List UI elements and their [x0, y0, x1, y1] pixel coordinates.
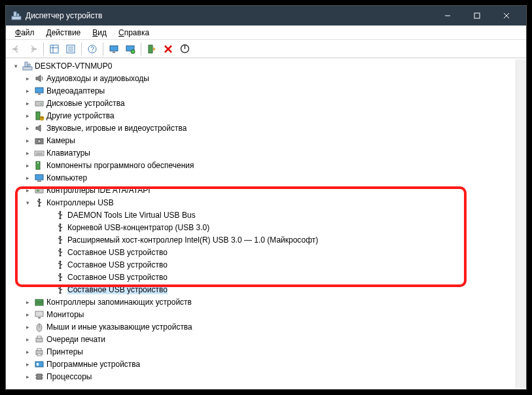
tree-category[interactable]: ▸Контроллеры запоминающих устройств — [9, 296, 516, 308]
toolbar-btn-remove[interactable] — [160, 41, 176, 57]
device-tree[interactable]: ▾DESKTOP-VTNMUP0▸Аудиовходы и аудиовыход… — [9, 60, 516, 388]
svg-rect-4 — [474, 13, 480, 18]
tree-label: Корневой USB-концентратор (USB 3.0) — [67, 223, 209, 232]
toolbar-btn-1[interactable] — [46, 41, 62, 57]
svg-point-38 — [38, 139, 41, 143]
tree-content: ▾DESKTOP-VTNMUP0▸Аудиовходы и аудиовыход… — [6, 58, 526, 389]
expander-icon[interactable] — [44, 285, 53, 294]
expander-icon[interactable] — [44, 248, 53, 257]
sound-icon — [34, 123, 44, 133]
expander-icon[interactable]: ▸ — [23, 298, 32, 307]
expander-icon[interactable] — [44, 273, 53, 282]
tree-device[interactable]: Корневой USB-концентратор (USB 3.0) — [9, 221, 516, 233]
usb-icon — [34, 198, 44, 208]
tree-label: Компьютер — [46, 173, 87, 182]
svg-rect-34 — [36, 112, 40, 120]
expander-icon[interactable]: ▸ — [23, 124, 32, 133]
unknown-icon: ? — [34, 111, 44, 121]
expander-icon[interactable]: ▸ — [23, 148, 32, 158]
expander-icon[interactable]: ▸ — [23, 372, 32, 381]
nav-back-button[interactable] — [9, 41, 24, 57]
expander-icon[interactable]: ▸ — [23, 161, 32, 170]
toolbar-btn-scan[interactable] — [122, 41, 138, 57]
expander-icon[interactable]: ▸ — [23, 99, 32, 108]
tree-label: Контроллеры IDE ATA/ATAPI — [46, 186, 151, 195]
printer-icon — [34, 347, 44, 357]
tree-category[interactable]: ▸Контроллеры IDE ATA/ATAPI — [9, 184, 516, 196]
svg-rect-90 — [35, 311, 43, 317]
expander-icon[interactable] — [44, 260, 53, 269]
tree-label: Очереди печати — [46, 335, 105, 344]
expander-icon[interactable]: ▸ — [23, 347, 32, 356]
expander-icon[interactable]: ▸ — [23, 310, 32, 319]
tree-device[interactable]: Расширяемый хост-контроллер Intel(R) USB… — [9, 233, 516, 246]
expander-icon[interactable]: ▸ — [23, 360, 32, 369]
tree-category[interactable]: ▸?Другие устройства — [9, 109, 516, 122]
expander-icon[interactable]: ▸ — [23, 322, 32, 332]
tree-device[interactable]: Составное USB устройство — [9, 271, 516, 283]
tree-device[interactable]: DAEMON Tools Lite Virtual USB Bus — [9, 209, 516, 221]
tree-category[interactable]: ▸Принтеры — [9, 345, 516, 358]
expander-icon[interactable]: ▸ — [23, 74, 32, 83]
toolbar-btn-disable[interactable] — [177, 41, 192, 57]
tree-category[interactable]: ▾Контроллеры USB — [9, 196, 516, 209]
menu-view[interactable]: Вид — [87, 27, 112, 39]
tree-category[interactable]: ▸Звуковые, игровые и видеоустройства — [9, 122, 516, 134]
expander-icon[interactable]: ▸ — [23, 111, 32, 120]
tree-category[interactable]: ▸Процессоры — [9, 370, 516, 383]
tree-category[interactable]: ▸Мыши и иные указывающие устройства — [9, 320, 516, 333]
tree-category[interactable]: ▸Дисковые устройства — [9, 97, 516, 109]
expander-icon[interactable]: ▸ — [23, 335, 32, 344]
tree-category[interactable]: ▸Видеоадаптеры — [9, 84, 516, 97]
tree-device[interactable]: Составное USB устройство — [9, 258, 516, 271]
software-icon — [34, 160, 44, 171]
toolbar-btn-monitor[interactable] — [106, 41, 122, 57]
tree-device[interactable]: Составное USB устройство — [9, 246, 516, 258]
disk-icon — [34, 98, 44, 109]
tree-root[interactable]: ▾DESKTOP-VTNMUP0 — [9, 60, 516, 72]
tree-category[interactable]: ▸Клавиатуры — [9, 146, 516, 159]
menu-bar: Файл Действие Вид Справка — [6, 26, 526, 40]
titlebar[interactable]: Диспетчер устройств — [6, 6, 526, 26]
nav-forward-button[interactable] — [25, 41, 41, 57]
tree-category[interactable]: ▸Программные устройства — [9, 358, 516, 370]
expander-icon[interactable]: ▾ — [11, 61, 20, 71]
tree-category[interactable]: ▸Аудиовходы и аудиовыходы — [9, 72, 516, 84]
expander-icon[interactable] — [44, 223, 53, 232]
expander-icon[interactable]: ▾ — [23, 198, 32, 207]
scrollbar[interactable] — [516, 60, 526, 388]
expander-icon[interactable] — [44, 211, 53, 220]
tree-category[interactable]: ▸Мониторы — [9, 308, 516, 320]
tree-label: Компоненты программного обеспечения — [46, 161, 194, 170]
svg-rect-91 — [38, 317, 41, 318]
menu-help[interactable]: Справка — [113, 27, 154, 39]
close-button[interactable] — [491, 6, 521, 26]
toolbar-btn-update[interactable] — [144, 41, 160, 57]
expander-icon[interactable]: ▸ — [23, 86, 32, 95]
toolbar-help-button[interactable]: ? — [84, 41, 100, 57]
tree-category[interactable]: ▸Камеры — [9, 134, 516, 146]
tree-category[interactable]: ▸Компоненты программного обеспечения — [9, 159, 516, 171]
toolbar-btn-2[interactable] — [63, 41, 79, 57]
tree-label: Контроллеры USB — [46, 198, 114, 207]
usb-icon — [55, 272, 65, 283]
expander-icon[interactable]: ▸ — [23, 136, 32, 145]
svg-rect-52 — [39, 205, 41, 207]
expander-icon[interactable]: ▸ — [23, 173, 32, 182]
tree-category[interactable]: ▸Очереди печати — [9, 333, 516, 345]
svg-rect-1 — [14, 12, 16, 16]
tree-label: Камеры — [46, 136, 75, 145]
tree-category[interactable]: ▸Компьютер — [9, 171, 516, 184]
maximize-button[interactable] — [462, 6, 491, 26]
menu-file[interactable]: Файл — [10, 27, 40, 39]
tree-label: Контроллеры запоминающих устройств — [46, 298, 192, 307]
svg-rect-98 — [37, 354, 41, 356]
minimize-button[interactable] — [433, 6, 462, 26]
menu-action[interactable]: Действие — [41, 27, 86, 39]
usb-icon — [55, 235, 65, 245]
expander-icon[interactable]: ▸ — [23, 186, 32, 195]
tree-device[interactable]: Составное USB устройство — [9, 283, 516, 296]
expander-icon[interactable] — [44, 235, 53, 245]
mouse-icon — [34, 322, 44, 332]
svg-rect-47 — [37, 190, 39, 192]
